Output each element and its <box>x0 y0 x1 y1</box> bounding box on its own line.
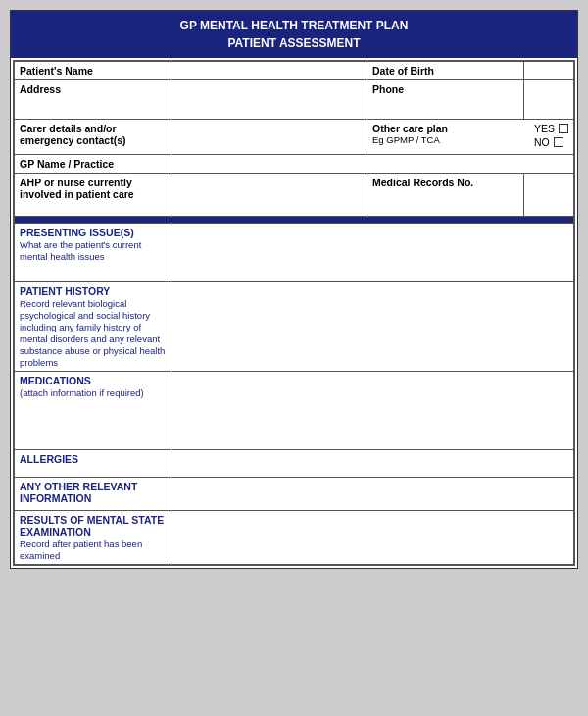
dob-label: Date of Birth <box>368 62 524 80</box>
medical-records-value[interactable] <box>524 174 574 217</box>
other-relevant-label: ANY OTHER RELEVANT INFORMATION <box>15 478 172 511</box>
presenting-issues-label: PRESENTING ISSUE(S) What are the patient… <box>15 224 172 282</box>
table-row: GP Name / Practice <box>15 155 574 174</box>
table-row: RESULTS OF MENTAL STATE EXAMINATION Reco… <box>15 511 574 565</box>
patient-history-sub: Record relevant biological psychological… <box>20 298 165 368</box>
other-care-plan-cell: Other care plan Eg GPMP / TCA YES NO <box>368 120 574 155</box>
medications-value[interactable] <box>172 372 574 450</box>
table-row: ALLERGIES <box>15 450 574 478</box>
yes-label: YES <box>534 123 555 134</box>
no-label: NO <box>534 136 550 148</box>
other-relevant-value[interactable] <box>172 478 574 511</box>
yes-checkbox[interactable] <box>559 124 568 133</box>
table-row: PRESENTING ISSUE(S) What are the patient… <box>15 224 574 282</box>
yes-row: YES <box>534 123 568 134</box>
form-body: Patient's Name Date of Birth Address Pho… <box>13 60 575 566</box>
table-row: PATIENT HISTORY Record relevant biologic… <box>15 282 574 372</box>
table-row: ANY OTHER RELEVANT INFORMATION <box>15 478 574 511</box>
carer-label: Carer details and/or emergency contact(s… <box>15 120 172 155</box>
dob-value[interactable] <box>524 62 574 80</box>
table-row: Carer details and/or emergency contact(s… <box>15 120 574 155</box>
carer-value[interactable] <box>172 120 368 155</box>
section-divider <box>15 217 574 224</box>
table-row: Patient's Name Date of Birth <box>15 62 574 80</box>
address-label: Address <box>15 80 172 120</box>
other-care-plan-label: Other care plan <box>372 123 448 134</box>
table-row: AHP or nurse currently involved in patie… <box>15 174 574 217</box>
results-value[interactable] <box>172 511 574 565</box>
main-table: Patient's Name Date of Birth Address Pho… <box>14 61 574 565</box>
gp-name-value[interactable] <box>172 155 574 174</box>
section-divider-row <box>15 217 574 224</box>
medications-sub: (attach information if required) <box>20 387 144 398</box>
phone-value[interactable] <box>524 80 574 120</box>
ahp-value[interactable] <box>172 174 368 217</box>
medical-records-label: Medical Records No. <box>368 174 524 217</box>
table-row: MEDICATIONS (attach information if requi… <box>15 372 574 450</box>
address-value[interactable] <box>172 80 368 120</box>
patient-history-value[interactable] <box>172 282 574 372</box>
allergies-value[interactable] <box>172 450 574 478</box>
yes-no-group: YES NO <box>534 123 568 148</box>
form-container: GP MENTAL HEALTH TREATMENT PLAN PATIENT … <box>10 10 578 569</box>
patient-name-label: Patient's Name <box>15 62 172 80</box>
no-checkbox[interactable] <box>554 137 564 147</box>
phone-label: Phone <box>368 80 524 120</box>
patient-name-value[interactable] <box>172 62 368 80</box>
table-row: Address Phone <box>15 80 574 120</box>
gp-name-label: GP Name / Practice <box>15 155 172 174</box>
header-line1: GP MENTAL HEALTH TREATMENT PLAN <box>15 17 573 34</box>
medications-label: MEDICATIONS (attach information if requi… <box>15 372 172 450</box>
results-label: RESULTS OF MENTAL STATE EXAMINATION Reco… <box>15 511 172 565</box>
results-sub: Record after patient has been examined <box>20 538 142 561</box>
ahp-label: AHP or nurse currently involved in patie… <box>15 174 172 217</box>
allergies-label: ALLERGIES <box>15 450 172 478</box>
no-row: NO <box>534 136 568 148</box>
header-line2: PATIENT ASSESSMENT <box>15 34 573 52</box>
form-header: GP MENTAL HEALTH TREATMENT PLAN PATIENT … <box>11 11 577 58</box>
eg-text: Eg GPMP / TCA <box>372 134 448 145</box>
patient-history-label: PATIENT HISTORY Record relevant biologic… <box>15 282 172 372</box>
presenting-issues-sub: What are the patient's current mental he… <box>20 239 141 262</box>
presenting-issues-value[interactable] <box>172 224 574 282</box>
